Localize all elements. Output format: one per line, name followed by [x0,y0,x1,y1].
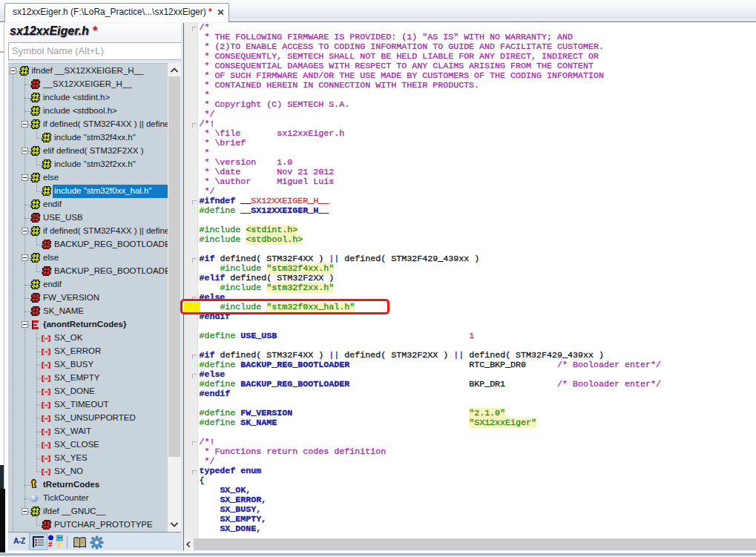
svg-text:#: # [48,541,53,549]
svg-text:T: T [57,542,62,550]
